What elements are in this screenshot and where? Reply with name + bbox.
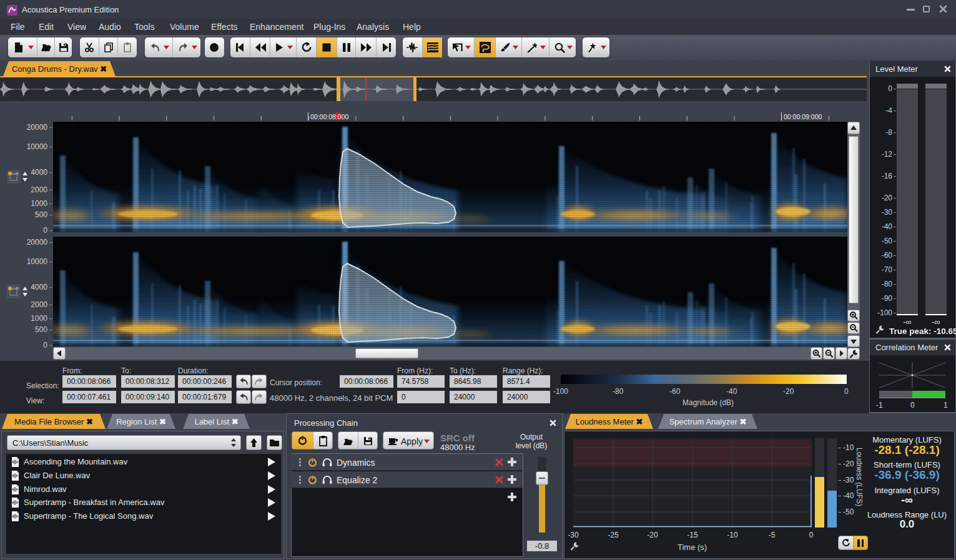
- svg-text:-1: -1: [876, 401, 883, 410]
- svg-text:0: 0: [910, 401, 915, 410]
- svg-text:00:00:08:000: 00:00:08:000: [310, 113, 348, 120]
- svg-text:00:00:09:000: 00:00:09:000: [784, 113, 822, 120]
- svg-text:1: 1: [944, 401, 948, 410]
